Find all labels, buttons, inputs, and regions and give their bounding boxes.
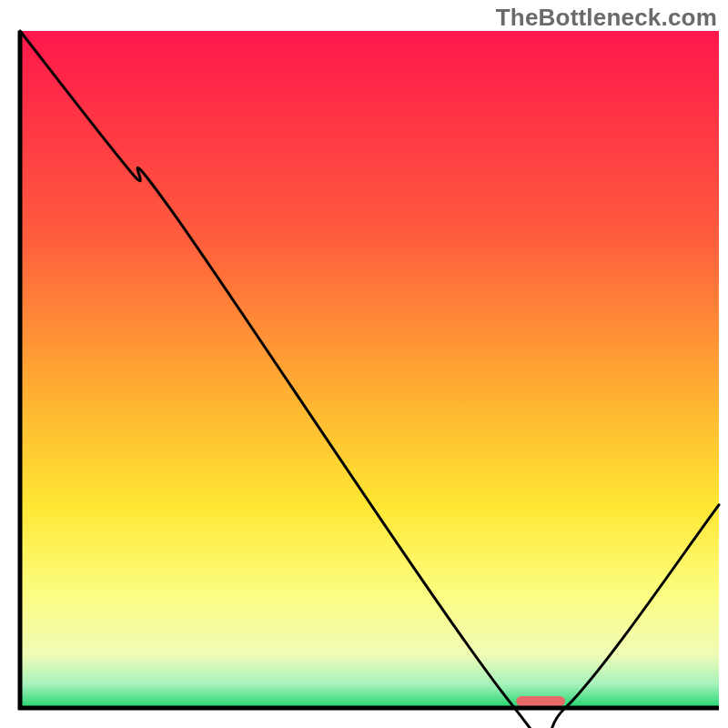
bottleneck-chart (0, 0, 728, 728)
optimal-marker (516, 696, 565, 706)
chart-stage: TheBottleneck.com (0, 0, 728, 728)
gradient-background (20, 31, 719, 708)
